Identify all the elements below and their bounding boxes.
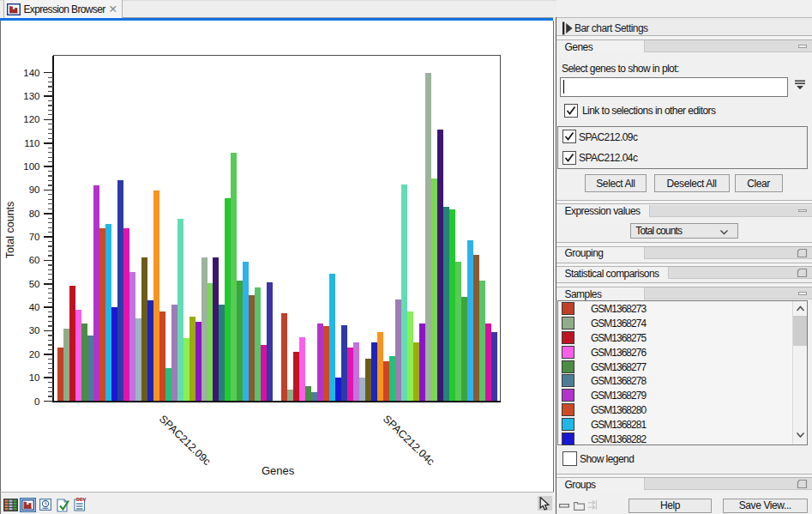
svg-text:DEV: DEV	[76, 497, 87, 502]
